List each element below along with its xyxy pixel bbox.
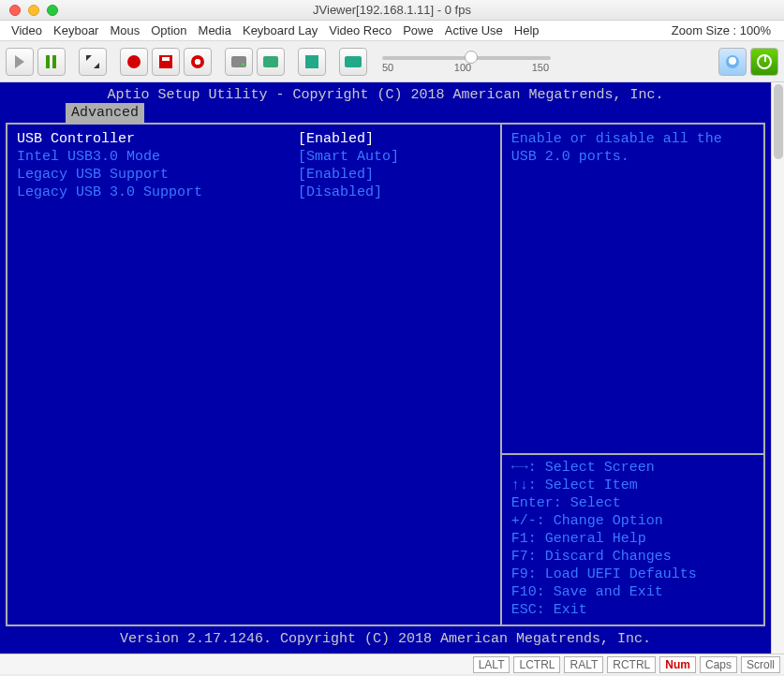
tab-advanced[interactable]: Advanced [66,103,144,123]
hint-select-screen: ←→: Select Screen [511,459,754,477]
play-button[interactable] [6,48,34,76]
hdd2-button[interactable] [257,48,285,76]
setting-intel-usb3-mode[interactable]: Intel USB3.0 Mode [Smart Auto] [17,148,491,166]
floppy-icon [159,55,172,68]
bios-body: USB Controller [Enabled] Intel USB3.0 Mo… [6,123,765,626]
bios-screen[interactable]: Aptio Setup Utility - Copyright (C) 2018… [0,82,771,654]
hint-f10: F10: Save and Exit [511,583,754,601]
setting-legacy-usb-support[interactable]: Legacy USB Support [Enabled] [17,166,491,184]
setting-legacy-usb3-support[interactable]: Legacy USB 3.0 Support [Disabled] [17,184,491,201]
window-controls [9,5,58,16]
hint-enter: Enter: Select [511,494,754,512]
hint-change: +/-: Change Option [511,512,754,530]
menu-options[interactable]: Option [145,23,192,37]
fullscreen-icon [86,55,99,68]
setting-value: [Disabled] [298,184,382,201]
hdd-icon [231,56,246,67]
menu-video-record[interactable]: Video Reco [323,23,397,37]
disc-button[interactable] [184,48,212,76]
slider-labels: 50 100 150 [382,62,549,73]
bios-help-panel: Enable or disable all the USB 2.0 ports.… [500,123,765,626]
hint-f7: F7: Discard Changes [511,548,754,566]
toolbar: 50 100 150 [0,41,784,82]
fullscreen-button[interactable] [79,48,107,76]
chip-icon [305,55,318,68]
hint-f1: F1: General Help [511,530,754,548]
hdd-button[interactable] [225,48,253,76]
menu-keyboard-layout[interactable]: Keyboard Lay [237,23,323,37]
zoom-icon[interactable] [47,5,58,16]
record-button[interactable] [120,48,148,76]
power-button[interactable] [750,48,778,76]
menubar: Video Keyboar Mous Option Media Keyboard… [0,21,784,41]
setting-usb-controller[interactable]: USB Controller [Enabled] [17,130,491,148]
slider-track[interactable] [382,56,551,60]
window-title: JViewer[192.168.1.11] - 0 fps [0,3,784,17]
user-icon [726,55,739,68]
menu-keyboard[interactable]: Keyboar [48,23,104,37]
scrollbar-thumb[interactable] [774,84,783,159]
setting-value: [Enabled] [298,166,374,184]
status-num: Num [659,656,696,673]
hint-esc: ESC: Exit [511,601,754,619]
menu-power[interactable]: Powe [397,23,439,37]
pause-button[interactable] [37,48,66,76]
status-lctrl: LCTRL [513,656,560,673]
keyboard-icon [345,56,362,67]
bios-help-text: Enable or disable all the USB 2.0 ports. [511,130,754,166]
slider-max: 150 [532,62,549,73]
chip-button[interactable] [298,48,326,76]
slider-thumb[interactable] [465,51,478,64]
power-icon [757,54,772,69]
status-scroll: Scroll [741,656,780,673]
status-caps: Caps [700,656,737,673]
bios-tabs: Advanced [2,104,769,123]
slider-min: 50 [382,62,393,73]
record-icon [127,55,141,68]
hint-f9: F9: Load UEFI Defaults [511,566,754,583]
status-ralt: RALT [564,656,603,673]
bios-key-hints: ←→: Select Screen ↑↓: Select Item Enter:… [511,459,754,619]
save-button[interactable] [152,48,180,76]
close-icon[interactable] [9,5,21,16]
titlebar: JViewer[192.168.1.11] - 0 fps [0,0,784,21]
menu-media[interactable]: Media [193,23,237,37]
setting-label: Intel USB3.0 Mode [17,148,298,166]
user-button[interactable] [718,48,747,76]
divider [502,453,763,455]
bios-footer: Version 2.17.1246. Copyright (C) 2018 Am… [2,628,769,652]
status-rctrl: RCTRL [607,656,656,673]
setting-label: Legacy USB 3.0 Support [17,184,298,201]
pause-icon [46,55,57,68]
zoom-size-label: Zoom Size : 100% [672,23,778,37]
keyboard-button[interactable] [339,48,367,76]
viewport-row: Aptio Setup Utility - Copyright (C) 2018… [0,82,784,654]
scrollbar[interactable] [771,82,784,654]
play-icon [15,55,24,68]
hdd-green-icon [263,56,278,67]
bios-settings-panel: USB Controller [Enabled] Intel USB3.0 Mo… [6,123,500,626]
status-lalt: LALT [473,656,510,673]
minimize-icon[interactable] [28,5,39,16]
menu-active-users[interactable]: Active Use [439,23,509,37]
setting-label: Legacy USB Support [17,166,298,184]
statusbar: LALT LCTRL RALT RCTRL Num Caps Scroll [0,654,784,674]
setting-value: [Smart Auto] [298,148,399,166]
hint-select-item: ↑↓: Select Item [511,477,754,494]
disc-icon [191,55,204,68]
setting-value: [Enabled] [298,130,374,148]
bios-header: Aptio Setup Utility - Copyright (C) 2018… [2,84,769,104]
menu-video[interactable]: Video [6,23,48,37]
menu-help[interactable]: Help [509,23,545,37]
setting-label: USB Controller [17,130,298,148]
zoom-slider[interactable]: 50 100 150 [382,51,551,73]
menu-mouse[interactable]: Mous [104,23,145,37]
